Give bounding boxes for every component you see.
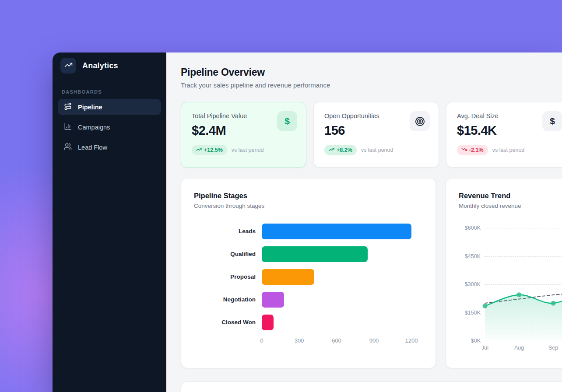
trending-up-icon	[196, 147, 202, 154]
revenue-trend-card: Revenue Trend Monthly closed revenue $60…	[446, 178, 562, 368]
app-title: Analytics	[82, 61, 118, 70]
sidebar-item-label: Pipeline	[78, 104, 102, 111]
line-chart-canvas	[482, 222, 562, 355]
app-window: Analytics DASHBOARDS Pipeline Campaigns	[53, 52, 562, 392]
chart-subtitle: Monthly closed revenue	[459, 203, 562, 209]
page-subtitle: Track your sales pipeline and revenue pe…	[181, 81, 562, 89]
bar-chart-icon	[64, 122, 72, 132]
bar-proposal	[262, 269, 314, 285]
revenue-area-fill	[485, 289, 562, 341]
bar-closed-won	[262, 315, 274, 330]
dollar-icon: $	[277, 111, 297, 131]
delta-badge: +12.5%	[192, 145, 227, 155]
bar-qualified	[262, 246, 368, 262]
y-axis-tick: $600K	[459, 225, 481, 231]
sidebar-item-label: Campaigns	[78, 124, 110, 131]
y-axis-tick: $300K	[459, 281, 481, 287]
bar-track	[262, 292, 411, 308]
bar-track	[262, 224, 411, 239]
chart-subtitle: Conversion through stages	[194, 203, 423, 209]
trending-up-icon	[64, 61, 73, 71]
bar-row: Leads	[194, 224, 423, 239]
data-point-marker	[517, 292, 522, 297]
app-logo	[60, 58, 76, 74]
bar-negotiation	[262, 292, 284, 308]
y-axis-tick: $450K	[459, 253, 481, 259]
delta-badge: -2.1%	[457, 145, 488, 155]
bar-chart-x-axis: 03006009001200	[262, 337, 411, 346]
data-point-marker	[483, 304, 488, 308]
trending-up-icon	[329, 147, 334, 154]
bar-category-label: Negotiation	[194, 296, 262, 303]
route-icon	[64, 102, 72, 112]
dollar-icon: $	[542, 111, 562, 131]
main-content: Pipeline Overview Track your sales pipel…	[166, 52, 562, 392]
kpi-compare-label: vs last period	[361, 147, 393, 153]
kpi-card-total-pipeline-value: Total Pipeline Value $2.4M +12.5% vs las…	[181, 102, 306, 168]
data-point-marker	[551, 301, 556, 306]
sidebar-item-campaigns[interactable]: Campaigns	[58, 119, 161, 135]
y-axis-tick: $0K	[459, 338, 481, 344]
charts-row: Pipeline Stages Conversion through stage…	[181, 178, 562, 368]
bar-leads	[262, 224, 411, 239]
kpi-compare-label: vs last period	[232, 147, 264, 153]
kpi-card-avg-deal-size: Avg. Deal Size $15.4K -2.1% vs last peri…	[446, 102, 562, 168]
sidebar: Analytics DASHBOARDS Pipeline Campaigns	[53, 52, 166, 392]
bar-row: Qualified	[194, 246, 423, 262]
bar-row: Negotiation	[194, 292, 423, 308]
partially-visible-card	[181, 382, 562, 392]
pipeline-stages-card: Pipeline Stages Conversion through stage…	[181, 178, 436, 368]
bar-row: Closed Won	[194, 315, 423, 330]
kpi-card-open-opportunities: Open Opportunities 156 +8.2% vs last per…	[313, 102, 439, 168]
bar-row: Proposal	[194, 269, 423, 285]
bar-category-label: Proposal	[194, 273, 262, 280]
y-axis-tick: $150K	[459, 310, 481, 316]
chart-title: Revenue Trend	[459, 192, 562, 200]
kpi-row: Total Pipeline Value $2.4M +12.5% vs las…	[181, 102, 562, 168]
sidebar-item-lead-flow[interactable]: Lead Flow	[58, 139, 161, 155]
bar-category-label: Leads	[194, 228, 262, 235]
sidebar-item-label: Lead Flow	[78, 144, 107, 151]
target-icon	[410, 111, 430, 131]
x-axis-tick: 900	[369, 337, 379, 344]
x-axis-tick: 0	[260, 337, 263, 344]
x-axis-tick: 300	[295, 337, 304, 344]
bar-track	[262, 246, 411, 262]
chart-title: Pipeline Stages	[194, 192, 423, 200]
trending-down-icon	[461, 147, 467, 154]
funnel-bar-chart: LeadsQualifiedProposalNegotiationClosed …	[194, 224, 423, 330]
bar-track	[262, 269, 411, 285]
x-axis-tick: 1200	[405, 337, 418, 344]
page-title: Pipeline Overview	[181, 66, 562, 78]
bar-track	[262, 315, 411, 330]
kpi-compare-label: vs last period	[492, 147, 525, 153]
bar-category-label: Qualified	[194, 251, 262, 258]
revenue-line-chart: $600K$450K$300K$150K$0KJulAugSep	[459, 222, 562, 355]
delta-badge: +8.2%	[324, 145, 357, 155]
sidebar-header: Analytics	[53, 52, 166, 79]
bar-category-label: Closed Won	[194, 319, 262, 326]
users-icon	[64, 143, 72, 152]
x-axis-tick: 600	[332, 337, 341, 344]
sidebar-item-pipeline[interactable]: Pipeline	[58, 99, 161, 115]
sidebar-section-label: DASHBOARDS	[62, 89, 166, 94]
